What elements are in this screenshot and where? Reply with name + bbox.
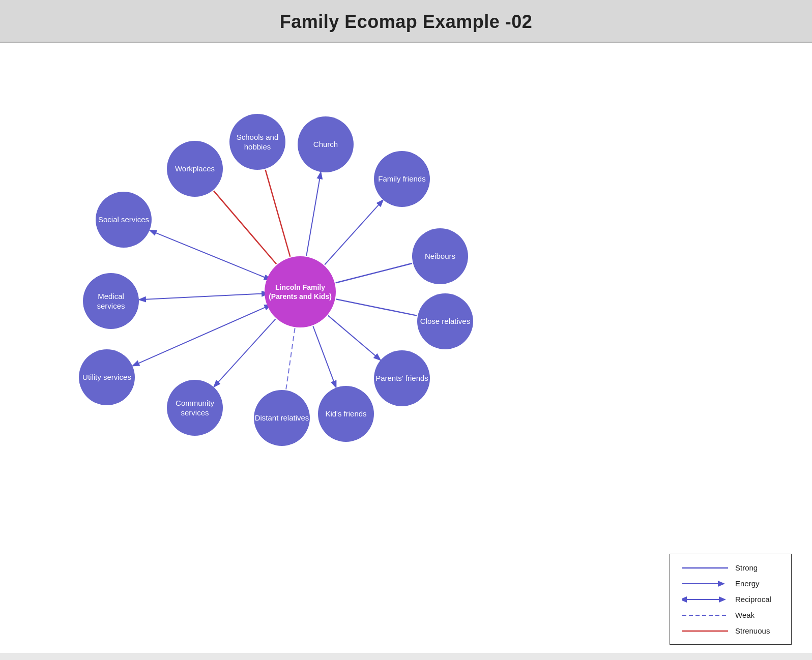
legend-strenuous: Strenuous [682,626,779,635]
legend: Strong Energy [670,554,792,645]
node-church: Church [298,116,354,172]
legend-strenuous-icon [682,628,728,634]
svg-line-12 [151,231,267,278]
legend-weak: Weak [682,611,779,619]
svg-line-11 [140,293,264,299]
node-neibours: Neibours [412,228,468,284]
node-kids-friends: Kid's friends [318,386,374,442]
svg-line-3 [325,200,383,264]
svg-line-8 [286,328,295,389]
node-family-friends: Family friends [374,151,430,207]
svg-line-0 [214,191,276,264]
node-community: Community services [167,380,223,436]
legend-weak-icon [682,613,728,618]
svg-line-1 [266,170,291,257]
legend-reciprocal-icon [682,596,728,603]
node-close-relatives: Close relatives [417,293,473,349]
node-schools: Schools and hobbies [229,114,285,170]
legend-energy-icon [682,580,728,587]
node-social: Social services [96,192,152,248]
header: Family Ecomap Example -02 [0,0,812,43]
svg-line-10 [133,307,267,366]
node-medical: Medical services [83,273,139,329]
center-node: Lincoln Family (Parents and Kids) [265,256,336,327]
legend-reciprocal: Reciprocal [682,595,779,604]
node-parents-friends: Parents' friends [374,350,430,406]
svg-line-7 [313,326,336,386]
svg-line-9 [214,319,275,386]
svg-line-5 [336,299,417,315]
svg-line-2 [306,173,321,256]
legend-strong: Strong [682,563,779,572]
page-title: Family Ecomap Example -02 [0,11,812,33]
node-utility: Utility services [79,349,135,405]
svg-line-4 [336,263,412,283]
node-workplaces: Workplaces [167,141,223,197]
legend-energy: Energy [682,579,779,588]
legend-strong-icon [682,566,728,570]
node-distant-relatives: Distant relatives [254,390,310,446]
svg-line-6 [328,316,380,359]
page: Family Ecomap Example -02 Lincoln Family… [0,0,812,660]
